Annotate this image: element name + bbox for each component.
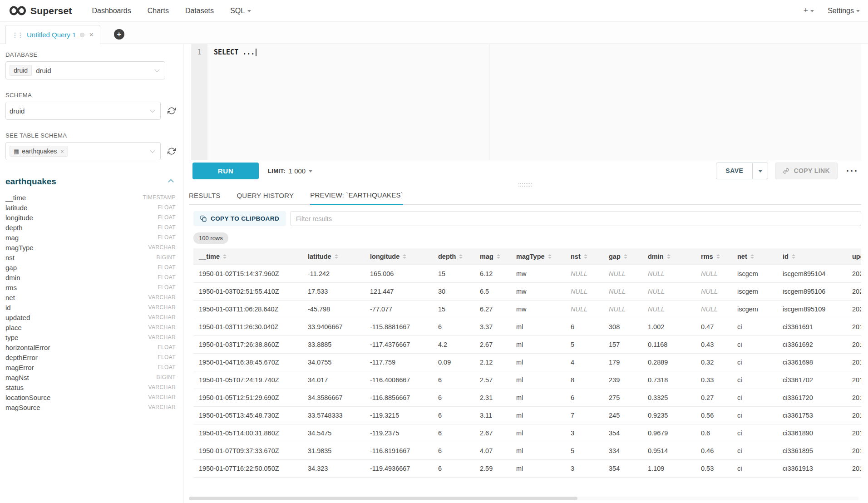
close-tab-icon[interactable]: ×: [89, 31, 94, 39]
table-row[interactable]: 1950-01-03T11:06:28.640Z-45.798-77.07715…: [193, 301, 861, 318]
save-button[interactable]: SAVE: [716, 163, 753, 179]
table-cell: 1950-01-05T13:45:48.730Z: [193, 407, 302, 424]
sort-icon[interactable]: [403, 254, 406, 259]
results-tab-preview-earthquakes[interactable]: PREVIEW: `EARTHQUAKES`: [310, 191, 403, 205]
schema-column-row[interactable]: statusVARCHAR: [5, 382, 177, 392]
schema-column-row[interactable]: magErrorFLOAT: [5, 362, 177, 372]
table-row[interactable]: 1950-01-05T12:51:29.690Z34.3586667-116.8…: [193, 389, 861, 407]
column-header-dmin[interactable]: dmin: [642, 248, 695, 265]
column-header-magtype[interactable]: magType: [511, 248, 565, 265]
schema-column-row[interactable]: horizontalErrorFLOAT: [5, 342, 177, 352]
schema-column-row[interactable]: typeVARCHAR: [5, 332, 177, 342]
schema-column-row[interactable]: magFLOAT: [5, 232, 177, 242]
nav-item-charts[interactable]: Charts: [148, 7, 169, 15]
table-row[interactable]: 1950-01-05T13:45:48.730Z33.5748333-119.3…: [193, 407, 861, 424]
horizontal-scrollbar[interactable]: [189, 497, 859, 500]
new-item-menu[interactable]: +: [804, 6, 814, 15]
results-grid-header: __timelatitudelongitudedepthmagmagTypens…: [193, 248, 861, 265]
sort-icon[interactable]: [497, 254, 500, 259]
column-header-depth[interactable]: depth: [433, 248, 474, 265]
schema-column-row[interactable]: depthErrorFLOAT: [5, 352, 177, 362]
sort-icon[interactable]: [624, 254, 627, 259]
sql-editor[interactable]: 1 SELECT ...: [191, 44, 861, 160]
table-row[interactable]: 1950-01-07T09:37:33.670Z31.9835-116.8191…: [193, 442, 861, 460]
sort-icon[interactable]: [584, 254, 587, 259]
run-button[interactable]: RUN: [192, 163, 259, 179]
limit-dropdown[interactable]: LIMIT: 1 000: [268, 167, 312, 175]
sort-icon[interactable]: [716, 254, 720, 259]
results-tab-query-history[interactable]: QUERY HISTORY: [237, 192, 294, 204]
schema-column-row[interactable]: updatedVARCHAR: [5, 312, 177, 322]
table-cell: 2.59: [474, 460, 511, 477]
table-row[interactable]: 1950-01-03T02:51:55.410Z17.533121.447306…: [193, 283, 861, 301]
schema-column-row[interactable]: gapFLOAT: [5, 262, 177, 272]
add-tab-button[interactable]: +: [114, 29, 124, 39]
schema-column-row[interactable]: rmsFLOAT: [5, 282, 177, 292]
schema-column-row[interactable]: latitudeFLOAT: [5, 202, 177, 212]
sort-icon[interactable]: [792, 254, 795, 259]
column-header-id[interactable]: id: [777, 248, 847, 265]
column-header-rms[interactable]: rms: [695, 248, 732, 265]
schema-column-row[interactable]: depthFLOAT: [5, 222, 177, 232]
refresh-tables-icon[interactable]: [166, 146, 177, 157]
schema-column-row[interactable]: magTypeVARCHAR: [5, 242, 177, 252]
database-select[interactable]: druid druid: [5, 61, 165, 79]
filter-results-input[interactable]: [290, 211, 861, 226]
table-row[interactable]: 1950-01-05T07:24:19.740Z34.017-116.40066…: [193, 371, 861, 389]
save-options-button[interactable]: [753, 163, 768, 179]
column-header-gap[interactable]: gap: [603, 248, 642, 265]
copy-link-button[interactable]: COPY LINK: [775, 163, 838, 179]
table-row[interactable]: 1950-01-03T11:26:30.040Z33.9406667-115.8…: [193, 318, 861, 336]
table-row[interactable]: 1950-01-03T17:26:38.860Z33.8885-117.4376…: [193, 336, 861, 354]
copy-to-clipboard-button[interactable]: COPY TO CLIPBOARD: [193, 211, 286, 226]
table-row[interactable]: 1950-01-04T16:38:45.670Z34.0755-117.7590…: [193, 354, 861, 371]
collapse-table-icon[interactable]: [168, 179, 174, 185]
schema-column-row[interactable]: magSourceVARCHAR: [5, 402, 177, 412]
sort-icon[interactable]: [667, 254, 671, 259]
sort-icon[interactable]: [548, 254, 552, 259]
scrollbar-thumb[interactable]: [189, 497, 577, 500]
save-split-button: SAVE: [716, 163, 768, 179]
schema-column-row[interactable]: placeVARCHAR: [5, 322, 177, 332]
results-tab-results[interactable]: RESULTS: [189, 192, 220, 204]
table-cell: -116.4006667: [365, 371, 433, 389]
column-header-mag[interactable]: mag: [474, 248, 511, 265]
sort-icon[interactable]: [459, 254, 463, 259]
drag-handle-icon[interactable]: ⋮⋮: [12, 31, 23, 39]
nav-item-sql[interactable]: SQL: [230, 7, 251, 15]
settings-menu[interactable]: Settings: [828, 7, 860, 15]
table-select[interactable]: ▦ earthquakes ×: [5, 142, 161, 160]
sort-icon[interactable]: [223, 254, 227, 259]
schema-select[interactable]: druid: [5, 102, 161, 120]
remove-table-icon[interactable]: ×: [60, 148, 64, 155]
table-row[interactable]: 1950-01-02T15:14:37.960Z-11.242165.00615…: [193, 265, 861, 283]
editor-code-area[interactable]: SELECT ...: [207, 44, 861, 160]
nav-item-dashboards[interactable]: Dashboards: [92, 7, 131, 15]
schema-column-row[interactable]: __timeTIMESTAMP: [5, 192, 177, 202]
column-header-updated[interactable]: updated: [847, 248, 861, 265]
sort-icon[interactable]: [750, 254, 754, 259]
schema-column-row[interactable]: netVARCHAR: [5, 292, 177, 302]
schema-column-row[interactable]: locationSourceVARCHAR: [5, 392, 177, 402]
sort-icon[interactable]: [335, 254, 338, 259]
nav-item-datasets[interactable]: Datasets: [185, 7, 214, 15]
query-tab[interactable]: ⋮⋮ Untitled Query 1 ×: [5, 25, 100, 44]
schema-column-row[interactable]: dminFLOAT: [5, 272, 177, 282]
superset-brand[interactable]: Superset: [9, 5, 72, 16]
column-header-net[interactable]: net: [732, 248, 777, 265]
column-header-time[interactable]: __time: [193, 248, 302, 265]
column-header-longitude[interactable]: longitude: [365, 248, 433, 265]
refresh-schemas-icon[interactable]: [166, 105, 177, 116]
more-actions-icon[interactable]: ···: [844, 165, 860, 176]
pane-resize-handle[interactable]: [189, 181, 861, 188]
column-header-nst[interactable]: nst: [565, 248, 603, 265]
schema-column-row[interactable]: idVARCHAR: [5, 302, 177, 312]
plus-icon: +: [117, 31, 121, 38]
table-row[interactable]: 1950-01-05T14:00:31.860Z34.5475-119.2375…: [193, 424, 861, 442]
schema-column-row[interactable]: nstBIGINT: [5, 252, 177, 262]
schema-column-row[interactable]: magNstBIGINT: [5, 372, 177, 382]
table-row[interactable]: 1950-01-07T16:22:50.050Z34.323-119.49366…: [193, 460, 861, 478]
schema-column-row[interactable]: longitudeFLOAT: [5, 212, 177, 222]
column-header-latitude[interactable]: latitude: [302, 248, 365, 265]
schema-table-name[interactable]: earthquakes: [5, 177, 56, 187]
